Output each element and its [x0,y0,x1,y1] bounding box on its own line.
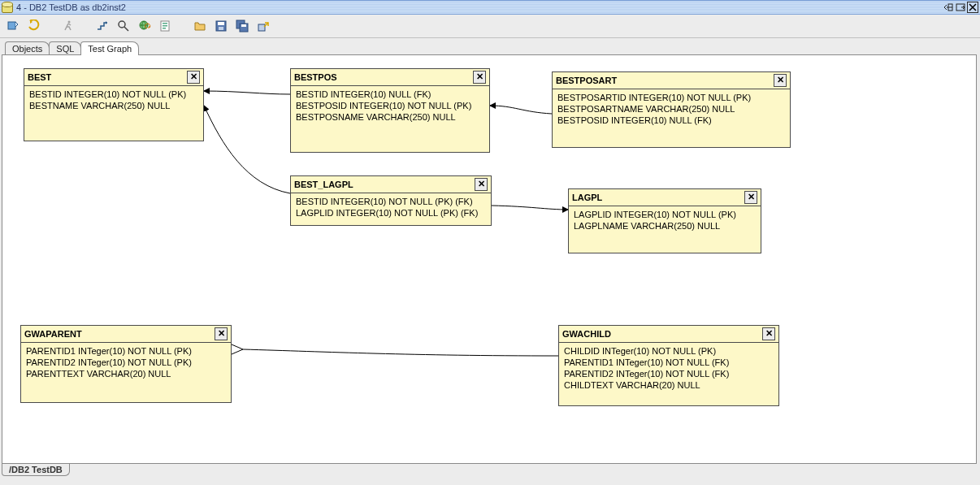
svg-rect-15 [241,24,246,27]
entity-bestpos[interactable]: BESTPOS ✕ BESTID INTEGER(10) NULL (FK) B… [290,68,490,153]
entity-column: CHILDID INTeger(10) NOT NULL (PK) [564,345,774,357]
entity-close-icon[interactable]: ✕ [774,74,787,87]
step-icon[interactable] [94,18,111,34]
window-titlebar: 4 - DB2 TestDB as db2inst2 [0,0,980,15]
entity-column: PARENTID2 INTeger(10) NOT NULL (FK) [564,368,774,379]
status-row: /DB2 TestDB [0,464,980,479]
entity-gwachild[interactable]: GWACHILD ✕ CHILDID INTeger(10) NOT NULL … [558,325,779,406]
entity-title: BEST_LAGPL [294,180,353,189]
tab-sql[interactable]: SQL [49,41,81,55]
save-icon[interactable] [213,18,229,34]
zoom-icon[interactable] [115,18,132,34]
save-all-icon[interactable] [234,18,250,34]
entity-column: PARENTID2 INTeger(10) NOT NULL (PK) [26,357,226,368]
status-tab[interactable]: /DB2 TestDB [2,464,70,476]
tab-label: SQL [56,44,74,54]
entity-close-icon[interactable]: ✕ [215,327,228,340]
entity-gwaparent[interactable]: GWAPARENT ✕ PARENTID1 INTeger(10) NOT NU… [20,325,232,403]
entity-column: CHILDTEXT VARCHAR(20) NULL [564,379,774,391]
entity-column: BESTPOSID INTEGER(10) NOT NULL (PK) [296,100,484,111]
entity-bestposart[interactable]: BESTPOSART ✕ BESTPOSARTID INTEGER(10) NO… [552,71,791,148]
entity-best[interactable]: BEST ✕ BESTID INTEGER(10) NOT NULL (PK) … [24,68,204,141]
entity-close-icon[interactable]: ✕ [475,178,488,191]
svg-rect-16 [258,24,265,31]
entity-column: LAGPLID INTEGER(10) NOT NULL (PK) (FK) [296,207,486,219]
status-tab-label: /DB2 TestDB [9,465,63,474]
maximize-window-icon[interactable] [955,2,966,13]
database-icon [2,2,11,13]
refresh-icon[interactable] [5,18,21,34]
entity-close-icon[interactable]: ✕ [473,71,486,84]
entity-column: BESTPOSARTNAME VARCHAR(250) NULL [557,103,785,115]
svg-rect-11 [218,22,224,25]
entity-title: BEST [28,72,51,82]
tab-row: Objects SQL Test Graph [0,38,980,54]
open-icon[interactable] [192,18,208,34]
entity-close-icon[interactable]: ✕ [762,327,775,340]
tab-test-graph[interactable]: Test Graph [80,41,139,55]
entity-lagpl[interactable]: LAGPL ✕ LAGPLID INTEGER(10) NOT NULL (PK… [568,188,761,253]
svg-rect-8 [163,25,167,27]
minimize-window-icon[interactable] [943,2,954,13]
entity-title: GWAPARENT [24,329,82,339]
svg-point-3 [68,21,71,24]
close-window-icon[interactable] [967,2,978,13]
svg-rect-2 [8,22,15,29]
entity-close-icon[interactable]: ✕ [187,71,200,84]
entity-column: LAGPLID INTEGER(10) NOT NULL (PK) [574,209,756,220]
entity-column: BESTPOSARTID INTEGER(10) NOT NULL (PK) [557,92,785,103]
tab-objects[interactable]: Objects [5,41,50,55]
export-icon[interactable] [255,18,271,34]
globe-refresh-icon[interactable] [137,18,153,34]
toolbar [0,15,980,38]
diagram-canvas[interactable]: BEST ✕ BESTID INTEGER(10) NOT NULL (PK) … [2,54,977,464]
entity-column: PARENTID1 INTeger(10) NOT NULL (PK) [26,345,226,357]
entity-column: PARENTTEXT VARCHAR(20) NULL [26,368,226,379]
entity-title: BESTPOS [294,72,337,82]
svg-point-4 [119,21,125,28]
runner-icon[interactable] [60,18,76,34]
svg-rect-9 [163,28,166,29]
entity-column: BESTID INTEGER(10) NULL (FK) [296,89,484,100]
svg-rect-12 [219,27,223,30]
tab-label: Objects [12,44,42,54]
entity-title: BESTPOSART [556,76,617,85]
entity-column: LAGPLNAME VARCHAR(250) NULL [574,220,756,232]
canvas-wrap: BEST ✕ BESTID INTEGER(10) NOT NULL (PK) … [0,54,980,464]
entity-title: GWACHILD [562,329,611,339]
tab-label: Test Graph [88,44,132,54]
svg-rect-7 [163,23,167,24]
entity-best-lagpl[interactable]: BEST_LAGPL ✕ BESTID INTEGER(10) NOT NULL… [290,175,492,226]
entity-column: BESTNAME VARCHAR(250) NULL [29,100,198,111]
entity-column: BESTPOSID INTEGER(10) NULL (FK) [557,115,785,126]
explain-icon[interactable] [158,18,174,34]
entity-column: PARENTID1 INTeger(10) NOT NULL (FK) [564,357,774,368]
entity-column: BESTPOSNAME VARCHAR(250) NULL [296,111,484,123]
entity-column: BESTID INTEGER(10) NOT NULL (PK) (FK) [296,196,486,207]
run-arrows-icon[interactable] [26,18,42,34]
entity-column: BESTID INTEGER(10) NOT NULL (PK) [29,89,198,100]
entity-close-icon[interactable]: ✕ [744,191,757,204]
entity-title: LAGPL [572,193,602,202]
window-title: 4 - DB2 TestDB as db2inst2 [15,2,942,12]
